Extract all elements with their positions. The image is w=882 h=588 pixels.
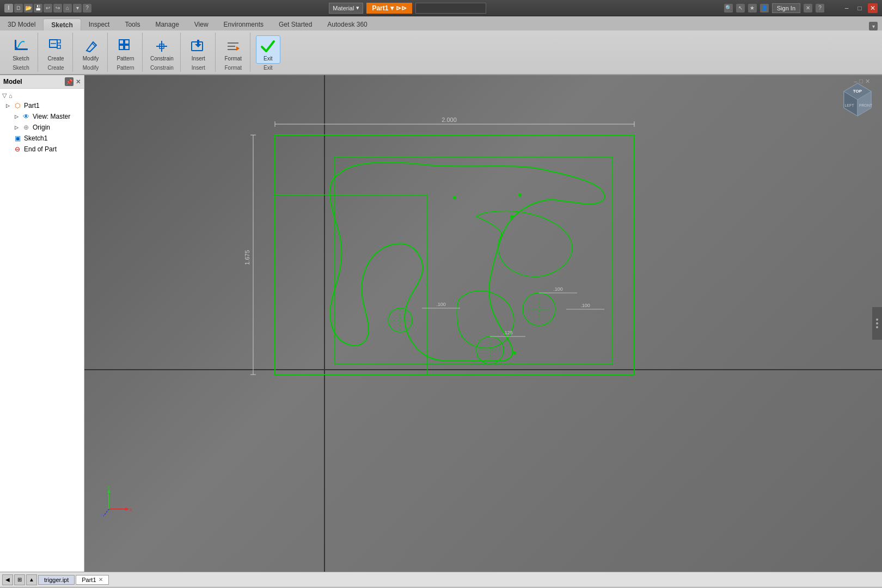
tree-home-icon: ⌂ — [9, 93, 13, 99]
insert-btn-label: Insert — [192, 56, 205, 62]
tree-expand-part1[interactable]: ▷ — [4, 102, 11, 109]
file-tab-trigger[interactable]: trigger.ipt — [38, 575, 75, 585]
tab-tools[interactable]: Tools — [117, 19, 148, 30]
close-sign-in[interactable]: ✕ — [804, 4, 812, 13]
sketch-canvas[interactable]: 2.000 1.675 — [242, 108, 678, 424]
constrain-group-label: Constrain — [150, 65, 174, 72]
modify-button[interactable]: Modify — [78, 36, 103, 63]
viewport[interactable]: 2.000 1.675 — [84, 75, 882, 572]
tab-inspect[interactable]: Inspect — [81, 19, 118, 30]
svg-marker-54 — [107, 489, 111, 493]
tree-item-sketch1[interactable]: ▣ Sketch1 — [2, 133, 82, 144]
tab-sketch[interactable]: Sketch — [43, 19, 81, 30]
svg-point-47 — [518, 193, 522, 197]
sidebar-pin-btn[interactable]: 📌 — [65, 77, 74, 86]
modify-icon — [82, 38, 100, 55]
tree-expand-origin[interactable]: ▷ — [13, 124, 20, 131]
viewport-minimize[interactable]: – — [854, 78, 857, 85]
tree-item-part1[interactable]: ▷ ⬡ Part1 — [2, 100, 82, 111]
viewport-restore[interactable]: □ — [859, 78, 863, 85]
material-dropdown[interactable]: Material ▾ — [329, 3, 363, 14]
quick-access-toolbar: I 🗋 📂 💾 ↩ ↪ ⌂ ▾ ? — [4, 4, 91, 13]
star-btn[interactable]: ★ — [748, 4, 757, 13]
svg-line-56 — [103, 509, 109, 516]
more-btn[interactable]: ▾ — [73, 4, 82, 13]
origin-icon: ⊕ — [22, 123, 30, 132]
nav-cube[interactable]: TOP LEFT FRONT — [838, 81, 877, 119]
tree-item-view-master[interactable]: ▷ 👁 View: Master — [2, 111, 82, 122]
tree-item-origin[interactable]: ▷ ⊕ Origin — [2, 122, 82, 133]
svg-rect-27 — [275, 135, 634, 375]
user-btn[interactable]: 👤 — [760, 4, 769, 13]
handle-dot — [876, 326, 878, 328]
part1-tab-close[interactable]: ✕ — [99, 577, 103, 583]
create-group-items: Create — [44, 33, 68, 64]
sidebar-close-btn[interactable]: ✕ — [76, 78, 81, 85]
handle-dot — [876, 322, 878, 324]
sketch-svg: 2.000 1.675 — [242, 108, 678, 424]
pattern-btn-label: Pattern — [117, 56, 134, 62]
sidebar-title: Model — [3, 78, 22, 85]
tab-nav-up[interactable]: ⊞ — [14, 574, 25, 585]
sign-in-button[interactable]: Sign In — [772, 3, 800, 13]
minimize-btn[interactable]: – — [842, 3, 852, 13]
svg-point-48 — [510, 215, 513, 218]
ribbon-group-insert: Insert Insert — [182, 33, 216, 72]
maximize-btn[interactable]: □ — [855, 3, 865, 13]
titlebar-right: 🔍 ↖ ★ 👤 Sign In ✕ ? – □ ✕ — [724, 3, 878, 13]
format-icon — [224, 38, 242, 55]
redo-btn[interactable]: ↪ — [53, 4, 62, 13]
cursor-btn[interactable]: ↖ — [736, 4, 745, 13]
svg-text:TOP: TOP — [853, 89, 862, 94]
help-top-btn[interactable]: ? — [816, 4, 824, 13]
exit-button[interactable]: Exit — [256, 35, 280, 64]
create-button[interactable]: Create — [44, 36, 68, 63]
format-button[interactable]: Format — [221, 36, 246, 63]
close-btn[interactable]: ✕ — [868, 3, 878, 13]
sketch1-label: Sketch1 — [24, 134, 47, 142]
svg-text:.100: .100 — [580, 303, 590, 308]
ribbon-group-create: Create Create — [39, 33, 73, 72]
exit-group-label: Exit — [264, 65, 273, 72]
ribbon-options-btn[interactable]: ▾ — [869, 22, 878, 30]
svg-text:y: y — [107, 485, 110, 489]
sketch-button[interactable]: Sketch — [9, 36, 33, 63]
constrain-icon — [153, 38, 170, 55]
ribbon-group-format: Format Format — [217, 33, 250, 72]
help-btn[interactable]: ? — [83, 4, 91, 13]
tab-3d-model[interactable]: 3D Model — [0, 19, 43, 30]
tab-view[interactable]: View — [187, 19, 216, 30]
undo-btn[interactable]: ↩ — [44, 4, 52, 13]
open-btn[interactable]: 📂 — [24, 4, 33, 13]
zoom-btn[interactable]: 🔍 — [724, 4, 733, 13]
format-btn-label: Format — [224, 56, 242, 62]
svg-rect-28 — [275, 195, 427, 375]
tree-expand-view[interactable]: ▷ — [13, 113, 20, 120]
pattern-group-label: Pattern — [117, 65, 134, 72]
tab-manage[interactable]: Manage — [148, 19, 186, 30]
tab-nav-down[interactable]: ▲ — [26, 574, 37, 585]
save-btn[interactable]: 💾 — [34, 4, 42, 13]
constrain-button[interactable]: Constrain — [148, 36, 176, 63]
file-tab-part1[interactable]: Part1 ✕ — [76, 575, 108, 585]
sketch-btn-label: Sketch — [13, 56, 29, 62]
viewport-close[interactable]: ✕ — [865, 78, 870, 85]
tab-environments[interactable]: Environments — [216, 19, 271, 30]
material-dropdown-arrow: ▾ — [356, 4, 359, 11]
insert-button[interactable]: Insert — [186, 36, 211, 63]
tab-autodesk-360[interactable]: Autodesk 360 — [320, 19, 375, 30]
new-btn[interactable]: 🗋 — [14, 4, 23, 13]
home-btn[interactable]: ⌂ — [63, 4, 72, 13]
active-part-tab[interactable]: Part1 ▾ ⊳⊳ — [366, 3, 412, 14]
pattern-button[interactable]: Pattern — [113, 36, 138, 63]
ribbon-group-pattern: Pattern Pattern — [109, 33, 143, 72]
tree-item-end-of-part[interactable]: ⊖ End of Part — [2, 144, 82, 155]
main-area: Model 📌 ✕ ▽ ⌂ ▷ ⬡ Part1 ▷ 👁 View: Mast — [0, 75, 882, 572]
tab-nav-left[interactable]: ◀ — [2, 574, 13, 585]
view-icon: 👁 — [22, 112, 30, 121]
part1-tab-label: Part1 — [82, 577, 96, 583]
tab-get-started[interactable]: Get Started — [271, 19, 320, 30]
svg-marker-51 — [125, 507, 129, 511]
search-input[interactable] — [415, 3, 486, 14]
right-panel-handle[interactable] — [872, 307, 882, 340]
